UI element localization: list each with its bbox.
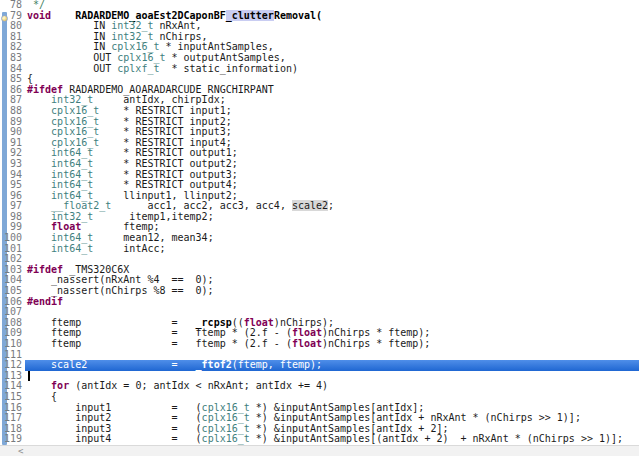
code-token: #endif <box>27 296 63 307</box>
code-token: cplx16_t <box>202 412 250 423</box>
code-token: cplx16_t <box>202 423 250 434</box>
scroll-left-arrow-icon[interactable]: < <box>18 446 23 456</box>
code-token: * inputAntSamples, <box>159 41 273 52</box>
code-token: input1 = ( <box>27 402 202 413</box>
code-token: ftemp = <box>27 317 196 328</box>
code-token <box>27 169 51 180</box>
code-token: cplx16_t <box>51 116 99 127</box>
code-token: _ftof2 <box>196 359 232 370</box>
line-number[interactable]: 88 <box>0 106 25 117</box>
code-token <box>27 137 51 148</box>
line-number[interactable]: 119 <box>0 434 25 445</box>
code-token: _nassert(nRxAnt %4 == 0); <box>27 274 214 285</box>
code-row: 84 OUT cplxf_t * static_information) <box>0 64 639 75</box>
code-token: float <box>244 317 274 328</box>
code-token: * RESTRICT input3; <box>99 126 231 137</box>
code-line[interactable]: #endif <box>25 297 639 308</box>
code-token: intAcc; <box>93 243 165 254</box>
code-token: */ <box>27 0 45 10</box>
code-token: IN <box>27 20 111 31</box>
code-token: OUT <box>27 63 117 74</box>
code-token: cplx16_t <box>51 105 99 116</box>
code-token: int32_t <box>111 20 153 31</box>
code-token <box>27 380 51 391</box>
code-token: Removal( <box>274 10 322 21</box>
code-line[interactable]: _nassert(nChirps %8 == 0); <box>25 286 639 297</box>
code-token: *) &inputAntSamples[(antIdx + 2) + nRxAn… <box>250 433 623 444</box>
code-token: * outputAntSamples, <box>165 52 285 63</box>
code-line[interactable]: ftemp = ftemp * (2.f - (float)nChirps * … <box>25 339 639 350</box>
code-line[interactable]: input4 = (cplx16_t *) &inputAntSamples[(… <box>25 434 639 445</box>
code-token: int64_t <box>51 158 93 169</box>
code-token: (antIdx = 0; antIdx < nRxAnt; antIdx += … <box>69 380 328 391</box>
code-token: { <box>27 73 33 84</box>
code-token: input4 = ( <box>27 433 202 444</box>
code-token: * RESTRICT output3; <box>93 169 238 180</box>
code-token: *) &inputAntSamples[antIdx + nRxAnt * (n… <box>250 412 581 423</box>
code-token: __float2_t <box>51 200 111 211</box>
code-token: ftemp; <box>81 221 159 232</box>
code-token: int64_t <box>51 232 93 243</box>
code-row: 114 for (antIdx = 0; antIdx < nRxAnt; an… <box>0 381 639 392</box>
code-token: *) &inputAntSamples[antIdx + 2]; <box>250 423 449 434</box>
code-token: _nassert(nChirps %8 == 0); <box>27 285 214 296</box>
code-token: antIdx, chirpIdx; <box>93 94 225 105</box>
horizontal-scrollbar[interactable]: < <box>0 445 639 456</box>
code-token: int64_t <box>51 190 93 201</box>
line-number[interactable]: 115 <box>0 392 25 403</box>
code-line[interactable]: for (antIdx = 0; antIdx < nRxAnt; antIdx… <box>25 381 639 392</box>
code-token: float <box>51 221 81 232</box>
code-token: _clutter <box>226 10 274 21</box>
code-token: )nChirps * ftemp); <box>322 327 430 338</box>
code-token: itemp1,itemp2; <box>93 211 213 222</box>
line-number[interactable]: 78 <box>0 0 25 11</box>
code-token: float <box>292 338 322 349</box>
code-token: input2 = ( <box>27 412 202 423</box>
code-token <box>27 221 51 232</box>
code-token: acc1, acc2, acc3, acc4, <box>111 200 292 211</box>
code-token: int32_t <box>51 94 93 105</box>
code-token: scale2 = <box>27 359 196 370</box>
code-token: cplxf_t <box>117 63 159 74</box>
code-area: 78 */79void RADARDEMO_aoaEst2DCaponBF_cl… <box>0 0 639 445</box>
code-token: )nChirps * ftemp); <box>322 338 430 349</box>
line-number[interactable]: 110 <box>0 339 25 350</box>
code-token <box>27 200 51 211</box>
code-token <box>27 126 51 137</box>
code-token: cplx16_t <box>202 402 250 413</box>
code-token <box>27 158 51 169</box>
code-row: 105 _nassert(nChirps %8 == 0); <box>0 286 639 297</box>
code-token <box>27 105 51 116</box>
code-token: * RESTRICT output1; <box>93 147 238 158</box>
code-token: cplx16_t <box>111 41 159 52</box>
code-editor: 78 */79void RADARDEMO_aoaEst2DCaponBF_cl… <box>0 0 639 456</box>
code-token: cplx16_t <box>51 137 99 148</box>
code-token: IN <box>27 31 111 42</box>
code-token <box>27 211 51 222</box>
code-token: (ftemp, ftemp); <box>232 359 322 370</box>
code-line[interactable]: scale2 = _ftof2(ftemp, ftemp); <box>25 360 639 371</box>
code-token: * RESTRICT output2; <box>93 158 238 169</box>
code-token: * RESTRICT input2; <box>99 116 231 127</box>
code-token: RADARDEMO_aoaEst2DCaponBF <box>75 10 226 21</box>
code-row: 119 input4 = (cplx16_t *) &inputAntSampl… <box>0 434 639 445</box>
line-number[interactable]: 93 <box>0 159 25 170</box>
code-token: )nChirps); <box>274 317 334 328</box>
line-number[interactable]: 83 <box>0 53 25 64</box>
code-line[interactable]: OUT cplxf_t * static_information) <box>25 64 639 75</box>
code-token <box>27 190 51 201</box>
code-token: cplx16_t <box>51 126 99 137</box>
code-token: _TMS320C6X <box>63 264 129 275</box>
code-token: int64_t <box>51 243 93 254</box>
code-token: (( <box>232 317 244 328</box>
code-token: int64_t <box>51 147 93 158</box>
code-token: * RESTRICT output4; <box>93 179 238 190</box>
code-token <box>27 179 51 190</box>
code-token: void <box>27 10 51 21</box>
code-token <box>27 94 51 105</box>
code-token <box>27 147 51 158</box>
code-token <box>51 10 75 21</box>
code-token: ; <box>328 200 334 211</box>
code-line[interactable]: int64_t intAcc; <box>25 244 639 255</box>
code-token: int32_t <box>51 211 93 222</box>
